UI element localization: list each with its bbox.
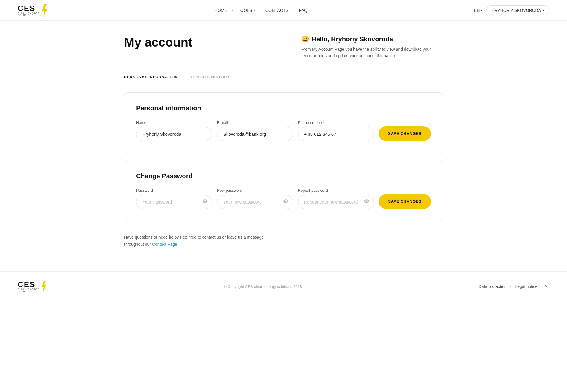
name-label: Name (136, 120, 212, 125)
personal-information-card: Personal information Name E-mail Phone n… (124, 92, 443, 153)
nav-contacts[interactable]: CONTACTS (263, 6, 291, 15)
name-input[interactable] (136, 127, 212, 141)
main-footer: ces CLEAN ENERGY SOLUTIONS © Copyright C… (0, 271, 567, 301)
change-password-card-title: Change Password (136, 172, 431, 180)
tab-reports-history[interactable]: REPORTS HISTORY (190, 71, 230, 83)
new-password-input-wrapper (217, 195, 293, 209)
nav-tools[interactable]: TOOLS ▾ (235, 6, 258, 15)
language-selector[interactable]: EN ▾ (474, 8, 482, 13)
welcome-heading-text: Hello, Hryhoriy Skovoroda (312, 35, 393, 43)
footer-links: Data protection • Legal notice (479, 282, 549, 291)
new-password-label: New password (217, 188, 293, 193)
tab-personal-information[interactable]: PERSONAL INFORMATION (124, 71, 178, 83)
new-password-eye-icon[interactable] (283, 199, 289, 204)
nav-dot-2: • (260, 9, 261, 12)
user-chevron-icon: ▾ (543, 9, 544, 12)
change-password-form-row: Password New password (136, 188, 431, 209)
nav-dot-1: • (232, 9, 233, 12)
welcome-text: From My Account Page you have the abilit… (301, 46, 443, 59)
nav-dot-3: • (293, 9, 294, 12)
nav-faq[interactable]: FAQ (296, 6, 311, 15)
footer-logo-ces: ces (18, 281, 39, 288)
header-right: EN ▾ HRYHORIY SKOVORODA ▾ (474, 5, 549, 15)
lang-chevron-icon: ▾ (481, 9, 482, 12)
lang-label: EN (474, 8, 480, 13)
logo-ces-label: ces (18, 4, 39, 12)
logo-bolt-icon (40, 4, 48, 17)
page-title: My account (124, 35, 192, 50)
main-nav: HOME • TOOLS ▾ • CONTACTS • FAQ (211, 6, 310, 15)
email-label: E-mail (217, 120, 293, 125)
footer-copyright: © Copyright CES clean energy solutions 2… (224, 284, 302, 289)
page-hero: My account 😀 Hello, Hryhoriy Skovoroda F… (124, 35, 443, 59)
name-field-group: Name (136, 120, 212, 141)
repeat-password-group: Repeat password (298, 188, 374, 209)
current-password-group: Password (136, 188, 212, 209)
personal-info-form-row: Name E-mail Phone number* SAVE CHANGES (136, 120, 431, 141)
footer-help-text: Have questions or need help? Feel free t… (124, 228, 443, 260)
footer-logo-bolt-icon (40, 281, 47, 292)
footer-logo-text: ces CLEAN ENERGY SOLUTIONS (18, 281, 39, 292)
email-input[interactable] (217, 127, 293, 141)
welcome-box: 😀 Hello, Hryhoriy Skovoroda From My Acco… (301, 35, 443, 59)
phone-label: Phone number* (298, 120, 374, 125)
phone-field-group: Phone number* (298, 120, 374, 141)
password-input-wrapper (136, 195, 212, 209)
repeat-password-label: Repeat password (298, 188, 374, 193)
password-eye-icon[interactable] (202, 199, 208, 204)
personal-info-save-button[interactable]: SAVE CHANGES (379, 126, 431, 141)
header: ces CLEAN ENERGY SOLUTIONS HOME • TOOLS … (0, 0, 567, 21)
current-password-input[interactable] (136, 195, 212, 209)
nav-home[interactable]: HOME (211, 6, 230, 15)
tools-chevron-icon: ▾ (253, 9, 255, 12)
logo-sub-label: CLEAN ENERGY SOLUTIONS (18, 12, 39, 16)
footer-separator: • (510, 284, 512, 289)
welcome-heading: 😀 Hello, Hryhoriy Skovoroda (301, 35, 443, 43)
user-name-label: HRYHORIY SKOVORODA (491, 8, 541, 13)
footer-logo: ces CLEAN ENERGY SOLUTIONS (18, 281, 47, 292)
email-field-group: E-mail (217, 120, 293, 141)
tabs: PERSONAL INFORMATION REPORTS HISTORY (124, 71, 443, 83)
contact-page-link[interactable]: Contact Page (152, 242, 177, 247)
user-menu-button[interactable]: HRYHORIY SKOVORODA ▾ (486, 5, 549, 15)
repeat-password-input[interactable] (298, 195, 374, 209)
logo[interactable]: ces CLEAN ENERGY SOLUTIONS (18, 4, 48, 17)
new-password-group: New password (217, 188, 293, 209)
legal-notice-link[interactable]: Legal notice (515, 284, 537, 289)
new-password-input[interactable] (217, 195, 293, 209)
data-protection-link[interactable]: Data protection (479, 284, 507, 289)
scroll-to-top-button[interactable] (541, 282, 549, 291)
welcome-emoji: 😀 (301, 35, 309, 43)
logo-text: ces CLEAN ENERGY SOLUTIONS (18, 4, 39, 16)
footer-help-line2: throughout our (124, 242, 152, 247)
footer-help-line1: Have questions or need help? Feel free t… (124, 235, 264, 240)
change-password-card: Change Password Password New password (124, 160, 443, 221)
page-content: My account 😀 Hello, Hryhoriy Skovoroda F… (112, 21, 455, 260)
password-label: Password (136, 188, 212, 193)
footer-logo-sub: CLEAN ENERGY SOLUTIONS (18, 288, 39, 292)
personal-info-card-title: Personal information (136, 104, 431, 112)
repeat-password-eye-icon[interactable] (364, 199, 369, 204)
phone-input[interactable] (298, 127, 374, 141)
repeat-password-input-wrapper (298, 195, 374, 209)
change-password-save-button[interactable]: SAVE CHANGES (379, 194, 431, 209)
